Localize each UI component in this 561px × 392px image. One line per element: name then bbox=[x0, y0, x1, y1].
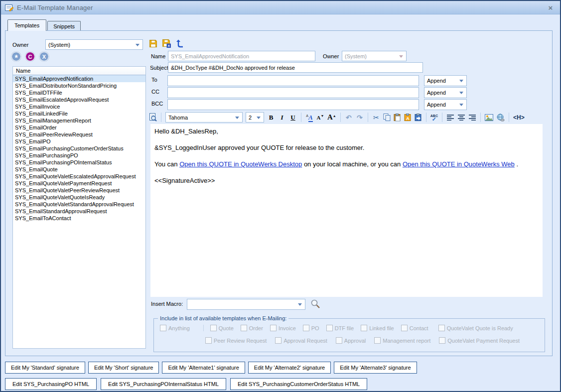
checkbox-linked-file[interactable]: Linked file bbox=[361, 325, 394, 331]
save-close-icon[interactable]: x bbox=[162, 39, 171, 48]
link-open-quote-web[interactable]: Open this QUOTE in QuoteWerks Web bbox=[403, 160, 515, 168]
checkbox-contact[interactable]: Contact bbox=[401, 325, 428, 331]
close-icon[interactable]: × bbox=[545, 3, 556, 12]
insert-image-icon[interactable] bbox=[485, 114, 493, 121]
edit-purchasingpo-internalstatus-html-button[interactable]: Edit SYS_PurchasingPOInternalStatus HTML bbox=[101, 378, 226, 390]
new-template-button[interactable]: * bbox=[11, 52, 21, 61]
list-item[interactable]: SYS_EmailQuoteValetPeerReviewRequest bbox=[13, 187, 145, 194]
body-signature-tag: <<SignatureActive>> bbox=[154, 177, 539, 185]
font-name-dropdown[interactable]: Tahoma bbox=[165, 112, 243, 123]
paste-icon[interactable] bbox=[394, 114, 401, 122]
edit-purchasing-customerorderstatus-html-button[interactable]: Edit SYS_PurchasingCustomerOrderStatus H… bbox=[230, 378, 367, 390]
list-item[interactable]: SYS_EmailPO bbox=[13, 138, 145, 145]
checkbox-invoice[interactable]: Invoice bbox=[270, 325, 296, 331]
checkbox-box bbox=[160, 325, 166, 331]
owner-label: Owner bbox=[323, 53, 339, 59]
bold-button[interactable]: B bbox=[267, 114, 275, 122]
checkbox-approval-request[interactable]: Approval Request bbox=[275, 337, 327, 344]
checkbox-quotevalet-payment-request[interactable]: QuoteValet Payment Request bbox=[439, 337, 520, 344]
spellcheck-icon[interactable]: ABC✓ bbox=[430, 114, 438, 121]
list-item[interactable]: SYS_EmailPurchasingCustomerOrderStatus bbox=[13, 145, 145, 152]
checkbox-management-report[interactable]: Management report bbox=[374, 337, 430, 344]
checkbox-quotevalet-quote-ready[interactable]: QuoteValet Quote is Ready bbox=[438, 325, 513, 331]
font-color-button[interactable]: AA bbox=[305, 114, 313, 122]
underline-button[interactable]: U bbox=[289, 114, 297, 122]
edit-short-signature-button[interactable]: Edit My 'Short' signature bbox=[88, 362, 159, 374]
include-templates-groupbox: Include in list of available templates w… bbox=[153, 318, 545, 352]
checkbox-dtf-file[interactable]: DTF file bbox=[326, 325, 354, 331]
list-item[interactable]: SYS_EmailApprovedNotification bbox=[13, 75, 145, 82]
checkbox-peer-review-request[interactable]: Peer Review Request bbox=[205, 337, 267, 344]
preview-icon[interactable] bbox=[149, 113, 157, 122]
to-append-dropdown[interactable]: Append bbox=[424, 75, 467, 86]
bcc-input[interactable] bbox=[167, 99, 419, 110]
paste-text-icon[interactable]: A bbox=[404, 114, 412, 122]
template-list[interactable]: Name SYS_EmailApprovedNotification SYS_E… bbox=[12, 66, 146, 349]
list-item[interactable]: SYS_EmailQuoteValetQuoteIsReady bbox=[13, 194, 145, 201]
list-item[interactable]: SYS_EmailQuoteValetStandardApprovalReque… bbox=[13, 201, 145, 208]
align-left-icon[interactable] bbox=[446, 114, 454, 121]
list-item[interactable]: SYS_EmailQuote bbox=[13, 166, 145, 173]
cc-input[interactable] bbox=[167, 87, 419, 98]
undo-changes-icon[interactable] bbox=[176, 39, 185, 48]
copy-template-button[interactable]: C bbox=[25, 52, 35, 61]
cc-append-dropdown[interactable]: Append bbox=[424, 87, 467, 98]
checkbox-quote[interactable]: Quote bbox=[210, 325, 234, 331]
align-center-icon[interactable] bbox=[457, 114, 465, 121]
macro-search-icon[interactable] bbox=[310, 299, 320, 309]
align-right-icon[interactable] bbox=[468, 114, 476, 121]
subject-input[interactable] bbox=[168, 62, 423, 73]
html-view-icon[interactable]: <H> bbox=[513, 114, 525, 121]
delete-template-button[interactable]: X bbox=[39, 52, 49, 61]
edit-purchasingpo-html-button[interactable]: Edit SYS_PurchasingPO HTML bbox=[5, 378, 97, 390]
checkbox-anything[interactable]: Anything bbox=[160, 325, 190, 331]
cut-icon[interactable]: ✂ bbox=[372, 114, 380, 122]
chevron-down-icon bbox=[459, 92, 463, 94]
email-body-editor[interactable]: Hello &DH_SalesRep, &SYS_LoggedInUser ap… bbox=[150, 124, 543, 297]
list-item[interactable]: SYS_EmailQuoteValetPaymentRequest bbox=[13, 180, 145, 187]
list-item[interactable]: SYS_EmailQuoteValetEscalatedApprovalRequ… bbox=[13, 173, 145, 180]
list-item[interactable]: SYS_EmailPurchasingPOInternalStatus bbox=[13, 159, 145, 166]
checkbox-po[interactable]: PO bbox=[303, 325, 319, 331]
template-name-input[interactable] bbox=[168, 51, 315, 61]
list-item[interactable]: SYS_EmailToAContact bbox=[13, 215, 145, 222]
edit-alternate2-signature-button[interactable]: Edit My 'Alternate2' signature bbox=[248, 362, 331, 374]
list-header-name[interactable]: Name bbox=[13, 67, 145, 75]
edit-alternate3-signature-button[interactable]: Edit My 'Alternate3' signature bbox=[334, 362, 417, 374]
window-title: E-Mail Template Manager bbox=[17, 4, 93, 11]
list-item[interactable]: SYS_EmailInvoice bbox=[13, 103, 145, 110]
tab-snippets[interactable]: Snippets bbox=[47, 21, 81, 31]
owner-filter-dropdown[interactable]: (System) bbox=[45, 39, 143, 50]
paste-special-icon[interactable] bbox=[415, 114, 422, 122]
checkbox-approval[interactable]: Approval bbox=[336, 337, 366, 344]
edit-standard-signature-button[interactable]: Edit My 'Standard' signature bbox=[5, 362, 85, 374]
bcc-append-dropdown[interactable]: Append bbox=[424, 99, 467, 110]
list-item[interactable]: SYS_EmailStandardApprovalRequest bbox=[13, 208, 145, 215]
toolbar-separator bbox=[480, 113, 481, 122]
list-item[interactable]: SYS_EmailDTFFile bbox=[13, 89, 145, 96]
checkbox-box bbox=[205, 337, 212, 344]
link-open-quote-desktop[interactable]: Open this QUOTE in QuoteWerks Desktop bbox=[179, 160, 302, 168]
undo-icon[interactable]: ↶ bbox=[345, 114, 353, 122]
decrease-font-button[interactable]: A▼ bbox=[316, 115, 324, 121]
owner-dropdown[interactable]: (System) bbox=[342, 51, 407, 61]
list-item[interactable]: SYS_EmailPeerReviewRequest bbox=[13, 131, 145, 138]
increase-font-button[interactable]: A▲ bbox=[327, 113, 336, 122]
list-item[interactable]: SYS_EmailManagementReport bbox=[13, 117, 145, 124]
to-input[interactable] bbox=[167, 75, 419, 86]
tab-templates[interactable]: Templates bbox=[7, 19, 46, 31]
save-icon[interactable] bbox=[149, 39, 157, 48]
list-item[interactable]: SYS_EmailOrder bbox=[13, 124, 145, 131]
list-item[interactable]: SYS_EmailLinkedFile bbox=[13, 110, 145, 117]
edit-alternate1-signature-button[interactable]: Edit My 'Alternate1' signature bbox=[162, 362, 245, 374]
list-item[interactable]: SYS_EmailPurchasingPO bbox=[13, 152, 145, 159]
redo-icon[interactable]: ↷ bbox=[356, 114, 364, 122]
list-item[interactable]: SYS_EmailEscalatedApprovalRequest bbox=[13, 96, 145, 103]
checkbox-order[interactable]: Order bbox=[241, 325, 263, 331]
list-item[interactable]: SYS_EmailDistributorNonStandardPricing bbox=[13, 82, 145, 89]
insert-macro-dropdown[interactable] bbox=[187, 299, 305, 310]
insert-hyperlink-icon[interactable] bbox=[496, 114, 505, 122]
font-size-dropdown[interactable]: 2 bbox=[246, 112, 264, 123]
italic-button[interactable]: I bbox=[278, 114, 286, 122]
copy-icon[interactable] bbox=[383, 114, 391, 121]
